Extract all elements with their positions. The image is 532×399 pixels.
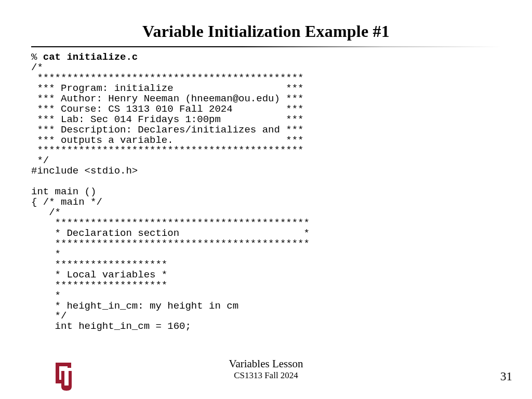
footer-lesson: Variables Lesson — [0, 357, 532, 370]
footer-center: Variables Lesson CS1313 Fall 2024 — [0, 357, 532, 381]
slide: Variable Initialization Example #1 % cat… — [0, 0, 532, 399]
footer-course: CS1313 Fall 2024 — [0, 370, 532, 381]
c-source-code: /* *************************************… — [31, 62, 310, 332]
slide-footer: Variables Lesson CS1313 Fall 2024 31 — [0, 357, 532, 387]
shell-prompt: % — [31, 51, 43, 63]
code-block: % cat initialize.c /* ******************… — [31, 52, 501, 332]
title-divider — [31, 46, 501, 47]
page-number: 31 — [500, 370, 512, 383]
shell-prompt-line: % cat initialize.c — [31, 51, 138, 63]
shell-command: cat initialize.c — [43, 51, 138, 63]
slide-title: Variable Initialization Example #1 — [31, 22, 501, 41]
